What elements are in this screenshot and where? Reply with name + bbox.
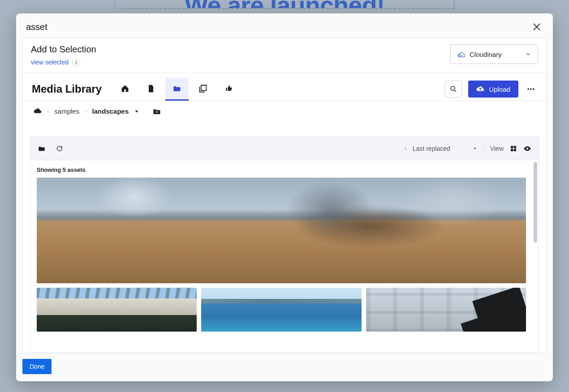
- assets-container: Last replaced View: [30, 136, 539, 353]
- asset-item[interactable]: [201, 288, 361, 332]
- provider-select[interactable]: Cloudinary: [450, 44, 538, 64]
- upload-label: Upload: [489, 85, 510, 93]
- cloud-icon: [34, 108, 42, 115]
- folder-plus-icon: [153, 108, 161, 115]
- search-icon: [449, 85, 457, 93]
- asset-modal: asset Add to Selection view selected 1 C…: [16, 13, 553, 381]
- thumbs-icon: [224, 84, 233, 93]
- tab-home[interactable]: [113, 77, 137, 101]
- breadcrumb-dropdown[interactable]: [134, 109, 139, 114]
- background-banner: We are launched!: [114, 0, 455, 9]
- arrow-down-icon: [403, 145, 408, 152]
- file-icon: [147, 84, 155, 93]
- search-button[interactable]: [445, 81, 462, 98]
- svg-rect-7: [514, 149, 516, 151]
- panel-header: Add to Selection view selected 1 Cloudin…: [23, 38, 546, 73]
- chevron-down-icon: [525, 51, 531, 57]
- folder-filter-button[interactable]: [38, 145, 46, 153]
- assets-area: Showing 5 assets: [30, 160, 539, 353]
- selected-count-badge: 1: [72, 58, 80, 66]
- asset-item[interactable]: [37, 288, 197, 332]
- triangle-down-icon: [134, 109, 139, 114]
- more-horizontal-icon: [526, 85, 535, 94]
- more-menu-button[interactable]: [525, 81, 537, 98]
- sort-label: Last replaced: [413, 145, 450, 152]
- svg-point-3: [533, 88, 534, 89]
- media-library-bar: Media Library: [23, 73, 546, 101]
- refresh-icon: [56, 145, 63, 152]
- chevron-right-icon: ›: [47, 108, 49, 115]
- folder-icon: [172, 84, 181, 93]
- done-button[interactable]: Done: [22, 359, 52, 374]
- scrollbar[interactable]: [532, 160, 539, 353]
- svg-rect-5: [514, 146, 516, 148]
- breadcrumb: › samples › landscapes: [23, 101, 546, 121]
- breadcrumb-root[interactable]: [34, 108, 42, 115]
- svg-point-2: [530, 88, 531, 89]
- tab-file[interactable]: [139, 77, 163, 101]
- svg-point-0: [451, 86, 455, 90]
- modal-footer: Done: [16, 354, 553, 381]
- view-label: View: [490, 145, 504, 152]
- asset-item[interactable]: [366, 288, 526, 332]
- assets-toolbar: Last replaced View: [30, 137, 539, 160]
- view-selected-link[interactable]: view selected: [31, 59, 69, 66]
- modal-titlebar: asset: [16, 13, 553, 38]
- triangle-down-icon: [473, 146, 477, 151]
- svg-point-1: [528, 88, 529, 89]
- home-icon: [121, 84, 129, 93]
- sort-dropdown[interactable]: Last replaced: [403, 145, 477, 152]
- collections-icon: [198, 84, 207, 93]
- scrollbar-thumb[interactable]: [534, 162, 537, 243]
- panel-title: Add to Selection: [31, 44, 96, 55]
- svg-rect-6: [511, 149, 513, 151]
- tab-moderation[interactable]: [217, 77, 241, 101]
- selection-panel: Add to Selection view selected 1 Cloudin…: [22, 38, 547, 354]
- provider-label: Cloudinary: [470, 51, 502, 58]
- assets-count-text: Showing 5 assets: [37, 166, 526, 173]
- close-button[interactable]: [530, 21, 543, 33]
- breadcrumb-item-current[interactable]: landscapes: [92, 107, 129, 115]
- modal-title: asset: [26, 22, 47, 32]
- grid-view-button[interactable]: [510, 145, 517, 152]
- tab-collections[interactable]: [191, 77, 215, 101]
- tab-folder[interactable]: [165, 77, 189, 101]
- media-library-title: Media Library: [32, 83, 111, 95]
- upload-button[interactable]: Upload: [468, 81, 518, 98]
- cloudinary-icon: [457, 51, 465, 57]
- cloud-upload-icon: [476, 85, 484, 93]
- chevron-right-icon: ›: [85, 108, 86, 115]
- svg-rect-4: [511, 146, 513, 148]
- svg-point-8: [526, 147, 529, 149]
- asset-item[interactable]: [37, 178, 526, 283]
- breadcrumb-item-samples[interactable]: samples: [54, 107, 79, 115]
- grid-icon: [510, 145, 517, 152]
- refresh-button[interactable]: [56, 145, 64, 153]
- close-icon: [532, 22, 542, 32]
- new-folder-button[interactable]: [153, 108, 161, 115]
- divider: [483, 143, 484, 154]
- eye-icon: [523, 145, 531, 152]
- folder-icon: [38, 145, 45, 152]
- preview-visibility-button[interactable]: [523, 145, 531, 152]
